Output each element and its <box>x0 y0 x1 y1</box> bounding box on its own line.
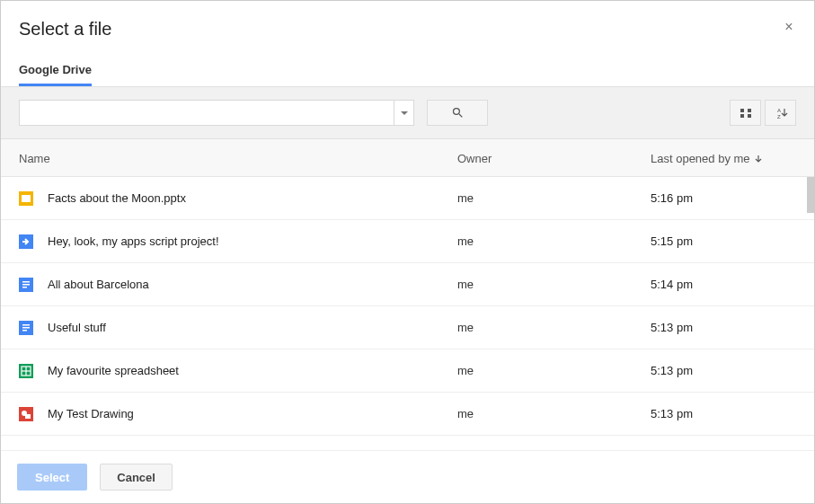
svg-rect-0 <box>740 109 744 112</box>
column-header-owner[interactable]: Owner <box>457 152 651 165</box>
svg-text:A: A <box>777 108 781 113</box>
dialog-title: Select a file <box>19 19 796 40</box>
svg-rect-7 <box>22 195 31 202</box>
file-owner: me <box>457 407 651 420</box>
scrollbar-thumb[interactable] <box>807 177 814 213</box>
docs-file-icon <box>19 278 48 292</box>
file-row[interactable]: Useful stuffme5:13 pm <box>1 306 814 349</box>
file-row[interactable]: All about Barceloname5:14 pm <box>1 263 814 306</box>
svg-rect-16 <box>22 330 27 332</box>
dialog-footer: Select Cancel <box>1 450 814 503</box>
close-icon: × <box>784 19 793 34</box>
column-headers: Name Owner Last opened by me <box>1 139 814 177</box>
file-owner: me <box>457 321 651 334</box>
search-wrap <box>19 100 414 126</box>
select-button[interactable]: Select <box>17 464 87 491</box>
svg-rect-11 <box>22 284 30 286</box>
file-list: Facts about the Moon.pptxme5:16 pmHey, l… <box>1 177 814 450</box>
tab-google-drive[interactable]: Google Drive <box>19 56 92 86</box>
cancel-button[interactable]: Cancel <box>100 464 173 491</box>
file-last-opened: 5:14 pm <box>651 278 796 291</box>
file-name: Hey, look, my apps script project! <box>48 234 457 248</box>
script-file-icon <box>19 234 48 249</box>
grid-view-button[interactable] <box>730 100 761 126</box>
file-name: Useful stuff <box>48 321 457 334</box>
file-last-opened: 5:13 pm <box>651 364 796 377</box>
file-last-opened: 5:15 pm <box>651 234 796 248</box>
svg-rect-10 <box>22 281 30 283</box>
docs-file-icon <box>19 321 48 335</box>
file-name: All about Barcelona <box>48 278 457 291</box>
column-header-name[interactable]: Name <box>19 152 457 165</box>
column-header-last-opened-label: Last opened by me <box>651 152 750 165</box>
file-owner: me <box>457 278 651 291</box>
sort-az-button[interactable]: A Z <box>765 100 796 126</box>
sheets-file-icon <box>19 364 48 378</box>
sort-az-icon: A Z <box>774 107 788 119</box>
file-last-opened: 5:16 pm <box>651 191 796 205</box>
file-row[interactable]: My Test Drawingme5:13 pm <box>1 393 814 436</box>
search-dropdown-button[interactable] <box>394 100 414 126</box>
file-name: My Test Drawing <box>48 407 457 420</box>
slides-file-icon <box>19 191 48 206</box>
source-tabs: Google Drive <box>1 56 814 86</box>
svg-rect-1 <box>748 109 751 112</box>
close-button[interactable]: × <box>782 21 796 35</box>
drawing-file-icon <box>19 407 48 421</box>
file-row[interactable]: Facts about the Moon.pptxme5:16 pm <box>1 177 814 220</box>
file-owner: me <box>457 364 651 377</box>
search-toolbar: A Z <box>1 86 814 139</box>
file-name: Facts about the Moon.pptx <box>48 191 457 205</box>
arrow-down-icon <box>754 155 763 164</box>
dialog-header: Select a file × <box>1 1 814 56</box>
file-owner: me <box>457 234 651 248</box>
file-last-opened: 5:13 pm <box>651 321 796 334</box>
caret-down-icon <box>401 110 408 117</box>
file-row[interactable]: My favourite spreadsheetme5:13 pm <box>1 349 814 393</box>
search-button[interactable] <box>427 100 488 126</box>
file-name: My favourite spreadsheet <box>48 364 457 377</box>
search-icon <box>451 106 465 119</box>
svg-rect-3 <box>748 114 751 118</box>
file-owner: me <box>457 191 651 205</box>
grid-icon <box>740 107 752 119</box>
svg-rect-14 <box>22 324 30 326</box>
svg-rect-12 <box>22 287 27 288</box>
svg-rect-2 <box>740 114 744 118</box>
file-picker-dialog: Select a file × Google Drive A Z <box>0 0 815 504</box>
file-last-opened: 5:13 pm <box>651 407 796 420</box>
file-row[interactable]: Hey, look, my apps script project!me5:15… <box>1 220 814 263</box>
svg-text:Z: Z <box>777 114 781 119</box>
svg-rect-23 <box>25 414 31 419</box>
column-header-last-opened[interactable]: Last opened by me <box>651 152 796 165</box>
search-input[interactable] <box>19 100 394 126</box>
svg-rect-15 <box>22 327 30 329</box>
